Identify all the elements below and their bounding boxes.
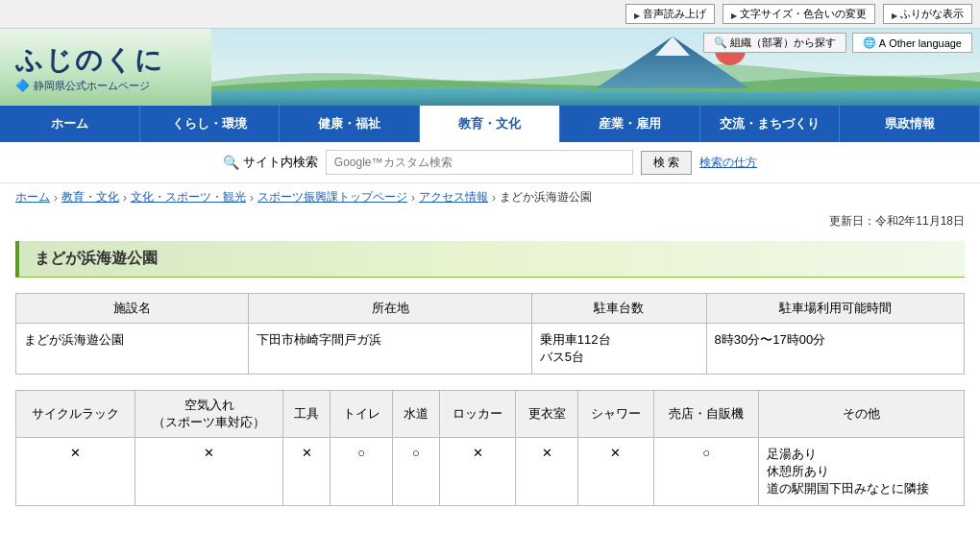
nav-industry[interactable]: 産業・雇用	[560, 106, 700, 142]
water-cell: ○	[392, 438, 439, 506]
breadcrumb-sports-top[interactable]: スポーツ振興課トップページ	[257, 189, 407, 206]
nav-health-welfare[interactable]: 健康・福祉	[280, 106, 420, 142]
col-other: その他	[759, 391, 965, 438]
other-cell: 足湯あり 休憩所あり 道の駅開国下田みなとに隣接	[759, 438, 965, 506]
breadcrumb-sep: ›	[123, 191, 127, 205]
arrow-icon	[634, 9, 640, 20]
globe-icon: 🌐	[863, 36, 876, 49]
font-size-btn[interactable]: 文字サイズ・色合いの変更	[723, 4, 875, 24]
other-lang-btn[interactable]: 🌐 A Other language	[852, 33, 972, 53]
nav-prefectural[interactable]: 県政情報	[840, 106, 980, 142]
search-button[interactable]: 検 索	[641, 151, 692, 175]
update-date: 更新日：令和2年11月18日	[0, 211, 980, 233]
col-store: 売店・自販機	[654, 391, 759, 438]
org-search-btn[interactable]: 🔍 組織（部署）から探す	[703, 33, 846, 53]
search-how-link[interactable]: 検索の仕方	[699, 155, 757, 171]
store-cell: ○	[654, 438, 759, 506]
col-air: 空気入れ（スポーツ車対応）	[135, 391, 283, 438]
parking-count-cell: 乗用車112台 バス5台	[531, 324, 706, 375]
breadcrumb-sep: ›	[54, 191, 58, 205]
breadcrumb-access[interactable]: アクセス情報	[419, 189, 488, 206]
search-icon: 🔍	[714, 36, 727, 49]
header: ふじのくに 🔷 静岡県公式ホームページ	[0, 29, 980, 106]
facility-name-cell: まどが浜海遊公園	[16, 324, 249, 375]
breadcrumb-current: まどか浜海遊公園	[500, 189, 592, 206]
col-shower: シャワー	[577, 391, 653, 438]
address-cell: 下田市柿崎字間戸ガ浜	[249, 324, 531, 375]
magnifier-icon: 🔍	[223, 155, 239, 170]
breadcrumb-sep: ›	[411, 191, 415, 205]
table-row: まどが浜海遊公園 下田市柿崎字間戸ガ浜 乗用車112台 バス5台 8時30分〜1…	[16, 324, 965, 375]
nav-exchange[interactable]: 交流・まちづくり	[700, 106, 841, 142]
shizuoka-icon: 🔷	[15, 79, 30, 92]
header-right-buttons: 🔍 組織（部署）から探す 🌐 A Other language	[703, 33, 972, 53]
col-parking-count: 駐車台数	[531, 294, 706, 324]
breadcrumb-sep: ›	[492, 191, 496, 205]
col-changing: 更衣室	[516, 391, 577, 438]
site-title: ふじのくに	[15, 42, 196, 79]
col-tools: 工具	[283, 391, 331, 438]
search-bar: 🔍 サイト内検索 検 索 検索の仕方	[0, 142, 980, 183]
voice-read-btn[interactable]: 音声読み上げ	[625, 4, 715, 24]
main-nav: ホーム くらし・環境 健康・福祉 教育・文化 産業・雇用 交流・まちづくり 県政…	[0, 106, 980, 142]
shower-cell: ✕	[577, 438, 653, 506]
logo-area: ふじのくに 🔷 静岡県公式ホームページ	[0, 29, 211, 106]
arrow-icon	[892, 9, 897, 20]
breadcrumb-culture-sports[interactable]: 文化・スポーツ・観光	[131, 189, 246, 206]
table-row: ✕ ✕ ✕ ○ ○ ✕ ✕ ✕ ○ 足湯あり 休憩所あり 道の駅開国下田みなとに…	[16, 438, 965, 506]
top-utility-bar: 音声読み上げ 文字サイズ・色合いの変更 ふりがな表示	[0, 0, 980, 29]
amenity-table: サイクルラック 空気入れ（スポーツ車対応） 工具 トイレ 水道 ロッカー 更衣室…	[15, 390, 965, 506]
nav-edu-culture[interactable]: 教育・文化	[420, 106, 560, 142]
col-water: 水道	[392, 391, 439, 438]
breadcrumb-sep: ›	[250, 191, 254, 205]
tools-cell: ✕	[283, 438, 331, 506]
col-toilet: トイレ	[331, 391, 392, 438]
furigana-btn[interactable]: ふりがな表示	[883, 4, 972, 24]
breadcrumb-home[interactable]: ホーム	[15, 189, 50, 206]
col-locker: ロッカー	[440, 391, 516, 438]
main-content: 施設名 所在地 駐車台数 駐車場利用可能時間 まどが浜海遊公園 下田市柿崎字間戸…	[0, 285, 980, 529]
col-cycle-rack: サイクルラック	[16, 391, 135, 438]
search-input[interactable]	[326, 150, 633, 175]
parking-hours-cell: 8時30分〜17時00分	[706, 324, 964, 375]
search-label: 🔍 サイト内検索	[223, 154, 318, 171]
facility-table: 施設名 所在地 駐車台数 駐車場利用可能時間 まどが浜海遊公園 下田市柿崎字間戸…	[15, 293, 965, 375]
changing-cell: ✕	[516, 438, 577, 506]
col-address: 所在地	[249, 294, 531, 324]
cycle-rack-cell: ✕	[16, 438, 135, 506]
breadcrumb-edu-culture[interactable]: 教育・文化	[61, 189, 119, 206]
col-parking-hours: 駐車場利用可能時間	[706, 294, 964, 324]
page-title: まどが浜海遊公園	[15, 241, 965, 278]
breadcrumb: ホーム › 教育・文化 › 文化・スポーツ・観光 › スポーツ振興課トップページ…	[0, 183, 980, 211]
arrow-icon	[731, 9, 737, 20]
nav-life-env[interactable]: くらし・環境	[140, 106, 281, 142]
air-cell: ✕	[135, 438, 283, 506]
col-facility-name: 施設名	[16, 294, 249, 324]
toilet-cell: ○	[331, 438, 392, 506]
nav-home[interactable]: ホーム	[0, 106, 140, 142]
site-subtitle: 🔷 静岡県公式ホームページ	[15, 79, 196, 93]
locker-cell: ✕	[440, 438, 516, 506]
